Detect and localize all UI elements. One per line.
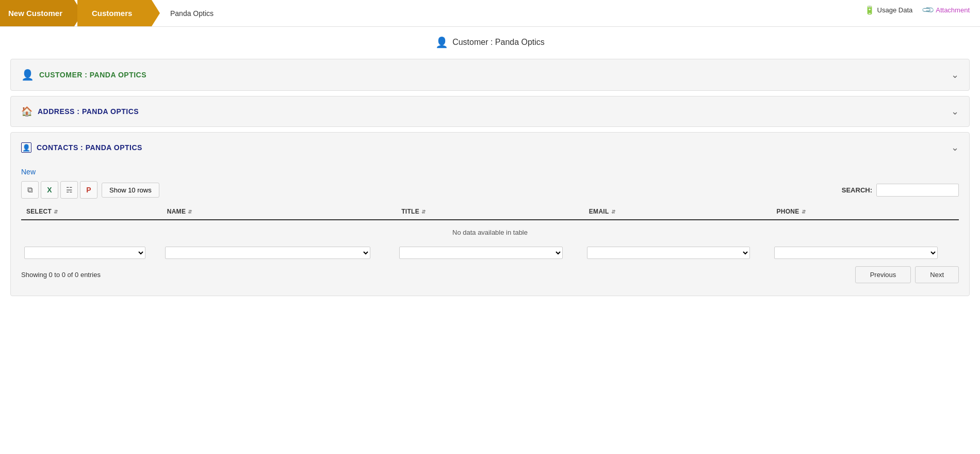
address-chevron-icon: ⌄	[951, 106, 959, 117]
table-footer: Showing 0 to 0 of 0 entries Previous Nex…	[21, 261, 959, 285]
customer-section-title: CUSTOMER : PANDA OPTICS	[39, 71, 146, 79]
usage-data-link[interactable]: 🔋 Usage Data	[864, 5, 913, 15]
col-select[interactable]: SELECT ⇵	[21, 204, 162, 220]
next-button[interactable]: Next	[915, 266, 959, 283]
filter-title-dropdown[interactable]	[399, 247, 562, 259]
col-name[interactable]: NAME ⇵	[162, 204, 397, 220]
contacts-section: 👤 CONTACTS : PANDA OPTICS ⌄ New ⧉ X ☵ P …	[10, 132, 970, 296]
breadcrumb-current-page: Panda Optics	[160, 9, 224, 18]
previous-button[interactable]: Previous	[855, 266, 911, 283]
filter-phone-dropdown[interactable]	[774, 247, 937, 259]
sort-phone-icon: ⇵	[802, 209, 806, 215]
search-label: SEARCH:	[842, 186, 872, 194]
customer-chevron-icon: ⌄	[951, 69, 959, 80]
filter-phone-cell	[771, 245, 959, 261]
filter-name-cell	[162, 245, 397, 261]
table-filter-row	[21, 245, 959, 261]
page-title: Customer : Panda Optics	[452, 38, 545, 47]
address-section-header[interactable]: 🏠 ADDRESS : PANDA OPTICS ⌄	[11, 96, 969, 126]
attachment-link[interactable]: 📎 Attachment	[923, 5, 970, 15]
address-section-title: ADDRESS : PANDA OPTICS	[38, 107, 139, 116]
col-title[interactable]: TITLE ⇵	[396, 204, 584, 220]
customer-section-header[interactable]: 👤 CUSTOMER : PANDA OPTICS ⌄	[11, 59, 969, 90]
page-title-person-icon: 👤	[435, 36, 448, 48]
filter-email-cell	[584, 245, 772, 261]
attachment-label: Attachment	[936, 6, 970, 14]
filter-email-dropdown[interactable]	[587, 247, 750, 259]
copy-button[interactable]: ⧉	[21, 181, 39, 199]
new-contact-link[interactable]: New	[21, 168, 36, 176]
paperclip-icon: 📎	[921, 3, 935, 18]
home-icon: 🏠	[21, 106, 32, 117]
address-section: 🏠 ADDRESS : PANDA OPTICS ⌄	[10, 96, 970, 127]
sort-title-icon: ⇵	[421, 209, 426, 215]
contacts-body: New ⧉ X ☵ P Show 10 rows SEARCH:	[11, 163, 969, 296]
battery-icon: 🔋	[864, 5, 875, 15]
customer-section-header-left: 👤 CUSTOMER : PANDA OPTICS	[21, 69, 146, 81]
contacts-section-header-left: 👤 CONTACTS : PANDA OPTICS	[21, 142, 142, 153]
filter-name-dropdown[interactable]	[165, 247, 370, 259]
filter-select-cell	[21, 245, 162, 261]
show-rows-button[interactable]: Show 10 rows	[102, 183, 159, 198]
excel-icon: X	[47, 186, 52, 194]
showing-entries-text: Showing 0 to 0 of 0 entries	[21, 271, 101, 279]
usage-data-label: Usage Data	[877, 6, 913, 14]
copy-icon: ⧉	[27, 185, 33, 194]
new-customer-label: New Customer	[8, 9, 62, 18]
breadcrumb-new-customer[interactable]: New Customer	[0, 0, 83, 26]
excel-button[interactable]: X	[41, 181, 58, 199]
breadcrumb-customers[interactable]: Customers	[77, 0, 160, 26]
customer-person-icon: 👤	[21, 69, 34, 81]
table-header-row: SELECT ⇵ NAME ⇵ TITLE ⇵	[21, 204, 959, 220]
table-toolbar: ⧉ X ☵ P Show 10 rows SEARCH:	[21, 181, 959, 199]
pdf-icon: P	[86, 186, 91, 194]
top-right-links: 🔋 Usage Data 📎 Attachment	[864, 5, 970, 15]
contacts-chevron-icon: ⌄	[951, 142, 959, 153]
address-section-header-left: 🏠 ADDRESS : PANDA OPTICS	[21, 106, 139, 117]
empty-table-message: No data available in table	[452, 229, 528, 236]
empty-message-row: No data available in table	[21, 220, 959, 245]
filter-select-dropdown[interactable]	[24, 247, 145, 259]
filter-title-cell	[396, 245, 584, 261]
breadcrumb-bar: New Customer Customers Panda Optics 🔋 Us…	[0, 0, 980, 27]
col-phone[interactable]: PHONE ⇵	[771, 204, 959, 220]
customer-section: 👤 CUSTOMER : PANDA OPTICS ⌄	[10, 59, 970, 91]
sort-select-icon: ⇵	[54, 209, 58, 215]
col-email[interactable]: EMAIL ⇵	[584, 204, 772, 220]
contacts-icon: 👤	[21, 142, 31, 153]
csv-button[interactable]: ☵	[60, 181, 78, 199]
contacts-table: SELECT ⇵ NAME ⇵ TITLE ⇵	[21, 204, 959, 261]
csv-icon: ☵	[66, 186, 73, 194]
pagination-buttons: Previous Next	[855, 266, 959, 283]
sort-email-icon: ⇵	[611, 209, 615, 215]
customers-label: Customers	[92, 9, 132, 18]
page-title-row: 👤 Customer : Panda Optics	[0, 27, 980, 54]
pdf-button[interactable]: P	[80, 181, 97, 199]
contacts-section-title: CONTACTS : PANDA OPTICS	[37, 143, 142, 152]
contacts-section-header[interactable]: 👤 CONTACTS : PANDA OPTICS ⌄	[11, 133, 969, 163]
search-area: SEARCH:	[842, 184, 959, 197]
search-input[interactable]	[876, 184, 959, 197]
sort-name-icon: ⇵	[188, 209, 192, 215]
